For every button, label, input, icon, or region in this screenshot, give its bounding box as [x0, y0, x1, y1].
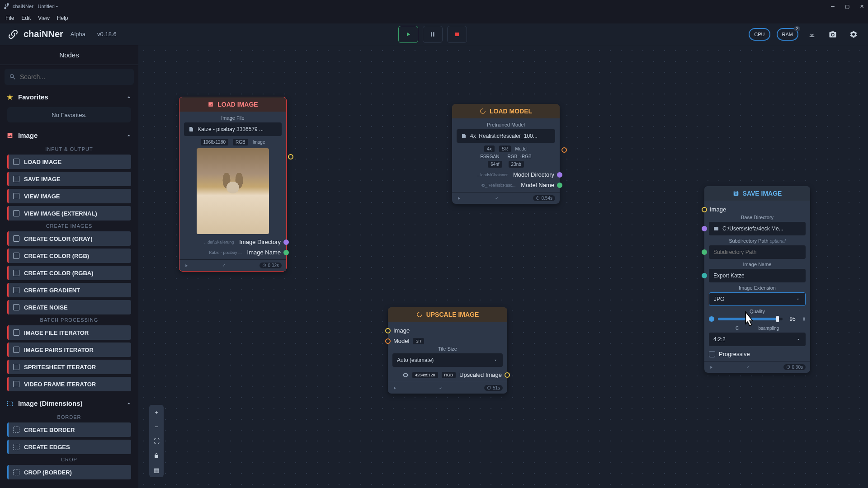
zoom-out-button[interactable]: −: [149, 419, 164, 434]
fit-view-button[interactable]: ⛶: [149, 434, 164, 448]
node-load-image[interactable]: LOAD IMAGE Image File Katze - pixabay 33…: [179, 97, 287, 272]
node-list-item[interactable]: SPRITESHEET ITERATOR: [7, 360, 131, 374]
quality-stepper[interactable]: ▲▼: [802, 316, 806, 322]
search-box[interactable]: [5, 69, 134, 85]
input-port-model[interactable]: [385, 338, 391, 344]
progressive-label: Progressive: [719, 351, 750, 357]
eye-icon[interactable]: [402, 372, 409, 378]
play-small-icon[interactable]: [392, 386, 397, 390]
node-item-label: CREATE NOISE: [24, 304, 68, 311]
input-port-image[interactable]: [385, 328, 391, 333]
camera-icon: [829, 30, 837, 38]
menu-view[interactable]: View: [34, 14, 53, 22]
input-port-dir[interactable]: [702, 226, 707, 231]
node-list-item[interactable]: IMAGE FILE ITERATOR: [7, 325, 131, 340]
node-list-item[interactable]: CREATE EDGES: [7, 440, 131, 454]
chevron-down-icon: [796, 337, 801, 342]
node-header[interactable]: SAVE IMAGE: [704, 186, 810, 201]
export-button[interactable]: [826, 27, 840, 42]
output-port[interactable]: [283, 239, 289, 245]
download-button[interactable]: [805, 27, 819, 42]
close-button[interactable]: ✕: [859, 4, 864, 9]
play-button[interactable]: [398, 26, 418, 43]
node-header[interactable]: LOAD IMAGE: [179, 97, 286, 112]
status-check: ✓: [192, 263, 256, 268]
node-upscale-image[interactable]: UPSCALE IMAGE Image Model SR Tile Size A…: [388, 307, 507, 394]
node-list-item[interactable]: VIDEO FRAME ITERATOR: [7, 377, 131, 391]
pause-button[interactable]: [423, 26, 443, 43]
play-small-icon[interactable]: [457, 196, 461, 201]
chroma-select[interactable]: 4:2:2: [709, 333, 806, 346]
input-port-quality[interactable]: [709, 316, 714, 322]
node-footer: ✓ ⏱ 0.02s: [179, 259, 286, 271]
menu-help[interactable]: Help: [53, 14, 72, 22]
output-port[interactable]: [557, 183, 562, 188]
input-port-subdir[interactable]: [702, 249, 707, 255]
node-list-item[interactable]: VIEW IMAGE: [7, 189, 131, 203]
category-image[interactable]: Image: [0, 127, 138, 144]
node-list-item[interactable]: IMAGE PAIRS ITERATOR: [7, 343, 131, 357]
ram-chip[interactable]: RAM: [777, 28, 798, 41]
tile-size-select[interactable]: Auto (estimate): [392, 353, 503, 367]
checkbox[interactable]: [709, 351, 715, 357]
menubar: File Edit View Help: [0, 13, 868, 23]
node-list-item[interactable]: LOAD IMAGE: [7, 155, 131, 169]
basedir-field[interactable]: C:\Users\stefa\4eck Me...: [709, 222, 806, 235]
node-list-item[interactable]: CROP (BORDER): [7, 465, 131, 479]
sidebar: Nodes Favorites No Favorites. Image INPU…: [0, 45, 138, 488]
pause-icon: [429, 31, 436, 38]
output-port[interactable]: [283, 250, 289, 255]
search-input[interactable]: [20, 73, 129, 80]
output-port-model[interactable]: [561, 147, 567, 153]
menu-edit[interactable]: Edit: [18, 14, 34, 22]
name-field[interactable]: Export Katze: [709, 269, 806, 282]
node-list-item[interactable]: CREATE GRADIENT: [7, 283, 131, 297]
category-favorites[interactable]: Favorites: [0, 89, 138, 105]
node-header[interactable]: LOAD MODEL: [452, 104, 560, 118]
map-button[interactable]: ▦: [149, 463, 164, 477]
menu-file[interactable]: File: [2, 14, 18, 22]
input-port-image[interactable]: [702, 207, 707, 212]
output-port-image[interactable]: [288, 154, 293, 160]
maximize-button[interactable]: ▢: [844, 4, 850, 9]
node-item-label: SPRITESHEET ITERATOR: [24, 364, 96, 371]
slider-thumb[interactable]: [776, 316, 779, 322]
node-item-icon: [13, 193, 19, 199]
sidebar-tab-nodes[interactable]: Nodes: [0, 45, 138, 65]
node-save-image[interactable]: SAVE IMAGE Image Base Directory C:\Users…: [704, 186, 810, 373]
lock-button[interactable]: [149, 448, 164, 463]
play-small-icon[interactable]: [709, 365, 713, 370]
node-title: SAVE IMAGE: [743, 190, 782, 197]
zoom-in-button[interactable]: +: [149, 405, 164, 419]
node-header[interactable]: UPSCALE IMAGE: [388, 307, 507, 322]
minimize-button[interactable]: ─: [830, 4, 835, 9]
output-port[interactable]: [557, 172, 562, 178]
node-list-item[interactable]: CREATE COLOR (RGBA): [7, 266, 131, 280]
image-preview: [197, 148, 269, 234]
settings-button[interactable]: [846, 27, 861, 42]
image-icon: [6, 132, 14, 139]
canvas[interactable]: LOAD IMAGE Image File Katze - pixabay 33…: [138, 45, 868, 488]
node-item-icon: [13, 304, 19, 310]
output-port[interactable]: [505, 372, 510, 378]
node-list-item[interactable]: CREATE COLOR (RGB): [7, 249, 131, 263]
file-field[interactable]: Katze - pixabay 3336579 ...: [184, 122, 282, 136]
node-list-item[interactable]: VIEW IMAGE (EXTERNAL): [7, 206, 131, 221]
input-port-name[interactable]: [702, 273, 707, 278]
subdir-input[interactable]: [713, 249, 801, 255]
quality-slider[interactable]: [718, 318, 783, 320]
play-small-icon[interactable]: [184, 263, 189, 268]
subdir-field[interactable]: [709, 245, 806, 259]
file-field[interactable]: 4x_RealisticRescaler_100...: [457, 129, 555, 143]
extension-select[interactable]: JPG: [709, 292, 806, 306]
node-list-item[interactable]: CREATE NOISE: [7, 300, 131, 314]
category-image-dimensions[interactable]: Image (Dimensions): [0, 395, 138, 412]
cpu-chip[interactable]: CPU: [749, 28, 770, 41]
node-load-model[interactable]: LOAD MODEL Pretrained Model 4x_Realistic…: [452, 104, 560, 204]
node-list-item[interactable]: SAVE IMAGE: [7, 172, 131, 186]
stop-button[interactable]: [447, 26, 467, 43]
node-list-item[interactable]: CREATE COLOR (GRAY): [7, 231, 131, 246]
node-item-icon: [13, 444, 19, 450]
node-list-item[interactable]: CREATE BORDER: [7, 422, 131, 437]
progressive-checkbox[interactable]: Progressive: [709, 349, 806, 359]
